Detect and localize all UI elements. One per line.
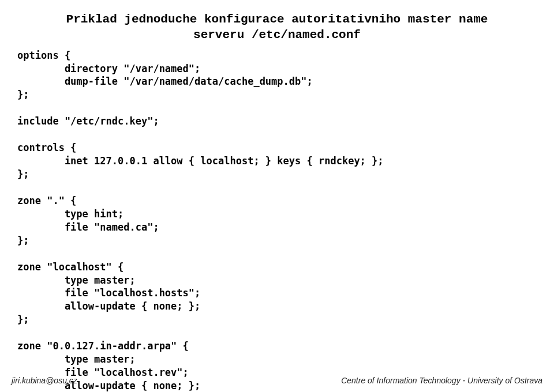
config-code: options { directory "/var/named"; dump-f… — [0, 43, 554, 392]
footer-email: jiri.kubina@osu.cz — [12, 376, 77, 385]
footer-org: Centre of Information Technology - Unive… — [341, 376, 542, 385]
slide-title: Priklad jednoduche konfigurace autoritat… — [0, 0, 554, 43]
slide-footer: jiri.kubina@osu.cz Centre of Information… — [0, 376, 554, 385]
